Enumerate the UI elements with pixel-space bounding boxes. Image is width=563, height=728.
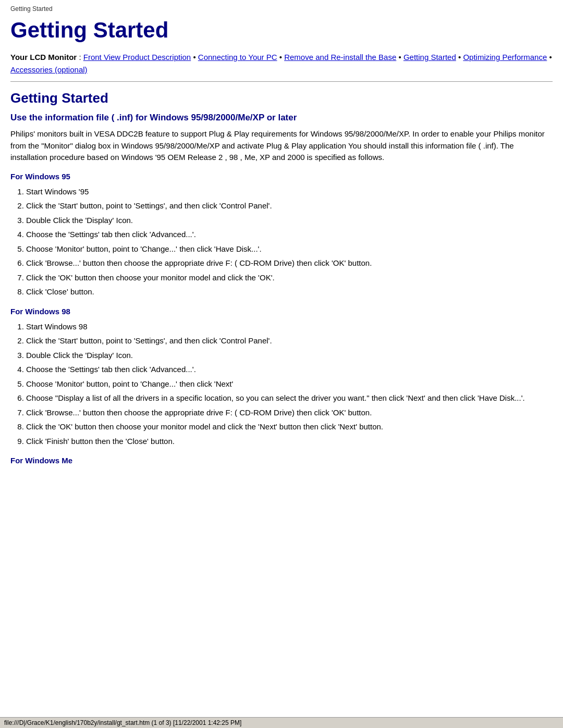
list-item: Click the 'Start' button, point to 'Sett… xyxy=(26,334,553,348)
list-item: Click 'Browse...' button then choose the… xyxy=(26,406,553,419)
windows-95-steps: Start Windows '95 Click the 'Start' butt… xyxy=(26,185,553,299)
list-item: Choose the 'Settings' tab then click 'Ad… xyxy=(26,228,553,241)
list-item: Choose 'Monitor' button, point to 'Chang… xyxy=(26,377,553,391)
list-item: Click the 'OK' button then choose your m… xyxy=(26,271,553,285)
nav-separator: : xyxy=(79,53,83,61)
list-item: Start Windows 98 xyxy=(26,320,553,334)
list-item: Choose 'Monitor' button, point to 'Chang… xyxy=(26,242,553,256)
list-item: Choose "Display a list of all the driver… xyxy=(26,391,553,405)
browser-title: Getting Started xyxy=(10,5,553,13)
divider xyxy=(10,81,553,82)
nav-link-connecting[interactable]: Connecting to Your PC xyxy=(198,53,277,61)
nav-link-remove-reinstall[interactable]: Remove and Re-install the Base xyxy=(284,53,396,61)
nav-label: Your LCD Monitor xyxy=(10,53,77,61)
list-item: Click 'Close' button. xyxy=(26,285,553,299)
nav-link-optimizing[interactable]: Optimizing Performance xyxy=(463,53,547,61)
windows-me-heading: For Windows Me xyxy=(10,456,553,465)
page-title: Getting Started xyxy=(10,18,553,43)
list-item: Click 'Finish' button then the 'Close' b… xyxy=(26,435,553,448)
nav-link-getting-started[interactable]: Getting Started xyxy=(403,53,456,61)
windows-95-heading: For Windows 95 xyxy=(10,172,553,181)
nav-section: Your LCD Monitor : Front View Product De… xyxy=(10,51,553,76)
list-item: Start Windows '95 xyxy=(26,185,553,199)
windows-98-heading: For Windows 98 xyxy=(10,307,553,316)
list-item: Double Click the 'Display' Icon. xyxy=(26,349,553,362)
list-item: Double Click the 'Display' Icon. xyxy=(26,214,553,227)
intro-paragraph: Philips' monitors built in VESA DDC2B fe… xyxy=(10,128,553,164)
list-item: Click the 'OK' button then choose your m… xyxy=(26,420,553,434)
list-item: Click 'Browse...' button then choose the… xyxy=(26,256,553,270)
subsection-title: Use the information file ( .inf) for Win… xyxy=(10,113,553,123)
list-item: Click the 'Start' button, point to 'Sett… xyxy=(26,199,553,213)
list-item: Choose the 'Settings' tab then click 'Ad… xyxy=(26,363,553,376)
nav-link-front-view[interactable]: Front View Product Description xyxy=(83,53,191,61)
windows-98-steps: Start Windows 98 Click the 'Start' butto… xyxy=(26,320,553,448)
nav-link-accessories[interactable]: Accessories (optional) xyxy=(10,65,88,74)
section-title: Getting Started xyxy=(10,90,553,106)
